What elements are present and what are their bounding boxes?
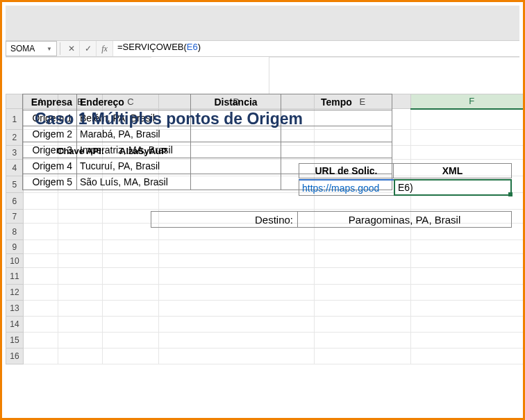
row-header[interactable]: 16 (6, 348, 24, 364)
destination-value-cell[interactable]: Paragominas, PA, Brasil (298, 211, 512, 228)
active-cell[interactable]: E6) (394, 179, 512, 196)
cell-endereco[interactable]: São Luís, MA, Brasil (77, 174, 191, 190)
insert-function-button[interactable]: fx (97, 41, 113, 56)
row-header[interactable]: 6 (6, 193, 24, 210)
name-box[interactable]: SOMA ▼ (6, 41, 57, 56)
row-header[interactable]: 7 (6, 210, 24, 224)
cell-endereco[interactable]: Tucuruí, PA, Brasil (77, 158, 191, 174)
row-header[interactable]: 13 (6, 301, 24, 317)
formula-text-ref: E6 (187, 42, 198, 52)
cancel-formula-button[interactable]: ✕ (63, 41, 80, 56)
cell-empresa[interactable]: Origem 5 (23, 174, 77, 190)
cell-distancia[interactable] (191, 158, 281, 174)
th-tempo[interactable]: Tempo (281, 94, 392, 110)
formula-input[interactable]: =SERVIÇOWEB(E6) (113, 41, 519, 56)
row-header[interactable]: 14 (6, 317, 24, 333)
ribbon-area: SOMA ▼ ✕ ✓ fx =SERVIÇOWEB(E6) (6, 6, 519, 58)
cell-empresa[interactable]: Origem 4 (23, 158, 77, 174)
formula-editor-overflow (151, 57, 269, 95)
url-value-cell[interactable]: https://maps.good (299, 179, 394, 196)
th-distancia[interactable]: Distancia (191, 94, 281, 110)
name-box-value: SOMA (10, 44, 35, 53)
row-header[interactable]: 12 (6, 285, 24, 301)
row-header[interactable]: 11 (6, 268, 24, 285)
excel-window: SOMA ▼ ✕ ✓ fx =SERVIÇOWEB(E6) A (6, 6, 519, 414)
cell-distancia[interactable] (191, 142, 281, 158)
destination-label-cell[interactable]: Destino: (151, 211, 298, 228)
select-all-corner[interactable] (6, 94, 24, 109)
chevron-down-icon: ▼ (47, 46, 52, 52)
row-header[interactable]: 10 (6, 254, 24, 268)
cell-content-layer: Caso 1 Múltiplos pontos de Origem Chave … (22, 94, 525, 414)
th-empresa[interactable]: Empresa (23, 94, 77, 110)
api-key-label: Chave API: (57, 146, 104, 156)
enter-formula-button[interactable]: ✓ (80, 41, 97, 56)
row-header[interactable]: 2 (6, 130, 24, 146)
row-header[interactable]: 15 (6, 333, 24, 348)
separator (60, 42, 60, 55)
formula-text-prefix: =SERVIÇOWEB( (117, 42, 187, 52)
row-header[interactable]: 3 (6, 146, 24, 160)
formula-bar: SOMA ▼ ✕ ✓ fx =SERVIÇOWEB(E6) (6, 40, 519, 57)
row-header[interactable]: 5 (6, 176, 24, 193)
row-header[interactable]: 8 (6, 224, 24, 240)
cell-distancia[interactable] (191, 174, 281, 190)
page-title: Caso 1 Múltiplos pontos de Origem (35, 110, 303, 128)
api-key-value: AIzaSyAuP (119, 146, 167, 156)
cell-tempo[interactable] (281, 142, 392, 158)
formula-text-suffix: ) (198, 42, 201, 52)
xml-header-cell[interactable]: XML (394, 163, 512, 178)
row-header[interactable]: 9 (6, 240, 24, 254)
worksheet-grid[interactable]: A B C D E F 12345678910111213141516 Caso… (6, 94, 525, 414)
url-header-cell[interactable]: URL de Solic. (299, 163, 394, 178)
th-endereco[interactable]: Endereço (77, 94, 191, 110)
row-header[interactable]: 1 (6, 109, 24, 130)
row-header[interactable]: 4 (6, 160, 24, 176)
